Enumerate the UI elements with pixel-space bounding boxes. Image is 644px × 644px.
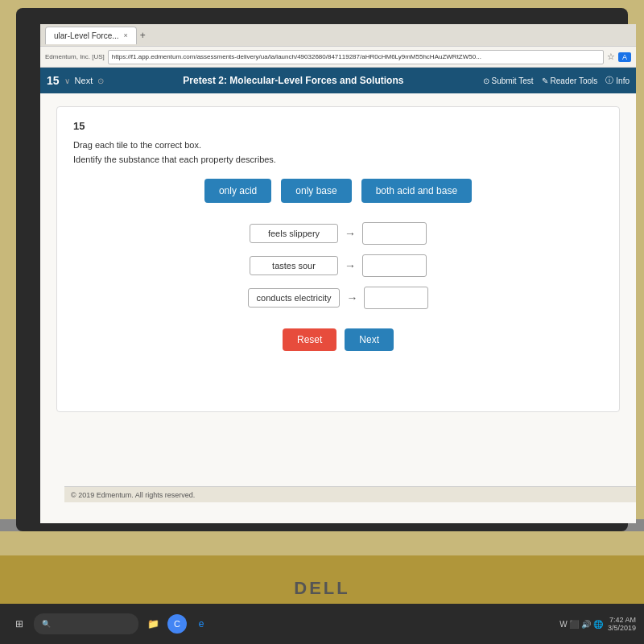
tab-close-icon[interactable]: × <box>124 31 128 39</box>
drop-target-sour[interactable] <box>362 254 427 277</box>
next-button[interactable]: Next <box>345 328 394 351</box>
submit-test-button[interactable]: ⊙ Submit Test <box>483 76 534 85</box>
taskbar-date: 3/5/2019 <box>608 624 636 632</box>
arrow-icon-sour: → <box>345 259 356 272</box>
reader-tools-label: Reader Tools <box>551 76 598 85</box>
toolbar-right: ⊙ Submit Test ✎ Reader Tools ⓘ Info <box>483 75 630 86</box>
sub-instruction: Identify the substance that each propert… <box>73 155 603 164</box>
feels-slippery-source[interactable]: feels slippery <box>250 224 338 243</box>
new-tab-icon[interactable]: + <box>140 30 146 41</box>
taskbar-icons-area: W ⬛ 🔊 🌐 <box>559 620 603 629</box>
taskbar-search-box[interactable]: 🔍 <box>34 613 138 634</box>
reader-tools-button[interactable]: ✎ Reader Tools <box>542 76 598 85</box>
copyright-text: © 2019 Edmentum. All rights reserved. <box>71 491 195 499</box>
submit-test-label: Submit Test <box>492 76 534 85</box>
arrow-icon-slippery: → <box>345 227 356 240</box>
drag-drop-area: feels slippery → tastes sour → conducts … <box>73 222 603 309</box>
tab-area: ular-Level Force... × + <box>45 24 146 46</box>
toolbar-next-icon: ⊙ <box>97 76 104 85</box>
address-bar[interactable]: https://f1.app.edmentum.com/assessments-… <box>108 50 604 64</box>
app-toolbar: 15 ∨ Next ⊙ Pretest 2: Molecular-Level F… <box>40 68 636 93</box>
drag-row-slippery: feels slippery → <box>250 222 427 245</box>
screen-footer: © 2019 Edmentum. All rights reserved. <box>64 486 636 502</box>
search-icon: 🔍 <box>42 620 51 628</box>
star-icon[interactable]: ☆ <box>607 52 615 62</box>
toolbar-next-button[interactable]: Next <box>75 76 93 85</box>
question-number-badge: 15 <box>73 120 603 132</box>
browser-tab[interactable]: ular-Level Force... × <box>45 27 137 44</box>
tiles-row: only acid only base both acid and base <box>73 179 603 203</box>
tab-label: ular-Level Force... <box>54 31 119 40</box>
reset-button[interactable]: Reset <box>283 328 336 351</box>
instruction-text: Drag each tile to the correct box. <box>73 140 603 150</box>
dell-logo: DELL <box>294 578 349 599</box>
only-base-tile[interactable]: only base <box>281 179 351 203</box>
info-icon: ⓘ <box>605 75 613 86</box>
screen: ular-Level Force... × + Edmentum, Inc. [… <box>40 24 636 523</box>
taskbar-time: 7:42 AM <box>608 616 636 624</box>
taskbar: ⊞ 🔍 📁 C e W ⬛ 🔊 🌐 7:42 AM 3/5/2019 <box>0 604 644 644</box>
extension-icon[interactable]: A <box>618 52 631 62</box>
screen-bezel: ular-Level Force... × + Edmentum, Inc. [… <box>16 8 628 531</box>
address-bar-row: Edmentum, Inc. [US] https://f1.app.edmen… <box>40 47 636 68</box>
url-text: https://f1.app.edmentum.com/assessments-… <box>112 53 481 60</box>
reader-icon: ✎ <box>542 76 548 85</box>
toolbar-left: 15 ∨ Next ⊙ <box>47 74 104 87</box>
drag-row-electricity: conducts electricity → <box>248 287 429 309</box>
drop-target-slippery[interactable] <box>362 222 427 245</box>
info-button[interactable]: ⓘ Info <box>605 75 630 86</box>
browser-tab-bar: ular-Level Force... × + <box>40 24 636 47</box>
conducts-electricity-source[interactable]: conducts electricity <box>248 288 341 308</box>
taskbar-explorer-icon[interactable]: 📁 <box>142 613 164 635</box>
drop-target-electricity[interactable] <box>364 287 428 309</box>
info-label: Info <box>616 76 630 85</box>
question-num-caret: ∨ <box>64 76 70 85</box>
tastes-sour-source[interactable]: tastes sour <box>250 256 338 275</box>
bottom-buttons: Reset Next <box>73 328 603 351</box>
drag-row-sour: tastes sour → <box>250 254 427 277</box>
question-number-display: 15 <box>47 74 60 87</box>
question-box: 15 Drag each tile to the correct box. Id… <box>56 106 620 412</box>
both-acid-base-tile[interactable]: both acid and base <box>361 179 472 203</box>
taskbar-ie-icon[interactable]: e <box>190 613 213 635</box>
taskbar-start-icon[interactable]: ⊞ <box>8 613 31 635</box>
submit-icon: ⊙ <box>483 76 489 85</box>
taskbar-chrome-icon[interactable]: C <box>167 614 187 634</box>
main-content: 15 Drag each tile to the correct box. Id… <box>40 93 636 523</box>
site-badge: Edmentum, Inc. [US] <box>45 53 105 60</box>
only-acid-tile[interactable]: only acid <box>204 179 271 203</box>
taskbar-datetime: 7:42 AM 3/5/2019 <box>608 616 636 632</box>
taskbar-right-area: W ⬛ 🔊 🌐 7:42 AM 3/5/2019 <box>559 616 636 632</box>
toolbar-title: Pretest 2: Molecular-Level Forces and So… <box>110 75 476 86</box>
arrow-icon-electricity: → <box>346 291 357 304</box>
